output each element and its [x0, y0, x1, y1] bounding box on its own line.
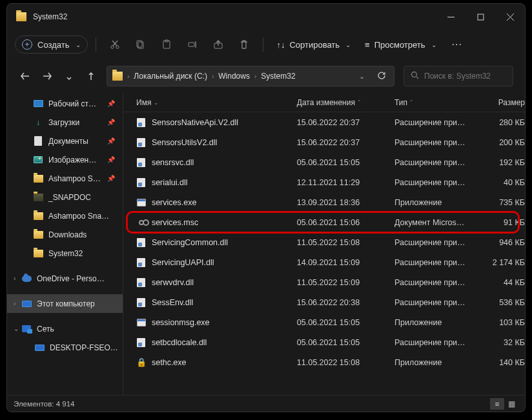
breadcrumb-item[interactable]: System32 [258, 72, 298, 81]
breadcrumb-item[interactable]: Локальный диск (C:) [131, 72, 210, 81]
status-bar: Элементов: 4 914 ≡ ▦ [7, 395, 525, 412]
divider [96, 37, 96, 52]
sidebar-item[interactable]: Ashampoo S…📌 [7, 169, 123, 188]
file-name: sessionmsg.exe [152, 318, 297, 327]
file-date: 15.06.2022 20:37 [297, 138, 394, 147]
pin-icon: 📌 [107, 119, 115, 126]
file-row[interactable]: serwvdrv.dll 11.05.2022 15:09 Расширение… [123, 272, 525, 292]
file-row[interactable]: sessionmsg.exe 05.06.2021 15:05 Приложен… [123, 312, 525, 332]
search-placeholder: Поиск в: System32 [424, 72, 491, 81]
share-button[interactable] [207, 34, 229, 55]
chevron-right-icon: › [254, 73, 256, 80]
file-row[interactable]: serialui.dll 12.11.2021 11:29 Расширение… [123, 172, 525, 192]
sidebar-onedrive[interactable]: ›OneDrive - Perso… [7, 269, 123, 288]
column-header: Имя⌄ Дата изменения˅ Тип˅ Размер [123, 93, 525, 112]
file-date: 15.06.2022 20:38 [297, 298, 394, 307]
sidebar-item[interactable]: Рабочий ст…📌 [7, 94, 123, 113]
file-list: SensorsNativeApi.V2.dll 15.06.2022 20:37… [123, 112, 525, 395]
breadcrumb-item[interactable]: Windows [216, 72, 252, 81]
minimize-button[interactable] [436, 4, 466, 30]
more-button[interactable]: ··· [445, 39, 469, 50]
chevron-down-icon[interactable]: ⌄ [354, 72, 370, 81]
search-input[interactable]: Поиск в: System32 [404, 66, 513, 86]
explorer-window: System32 + Создать ⌄ ↑↓ Сортировать ⌄ ≡ … [6, 3, 526, 412]
delete-button[interactable] [233, 34, 255, 55]
file-row[interactable]: ServicingUAPI.dll 14.09.2021 15:09 Расши… [123, 252, 525, 272]
sidebar-item[interactable]: System32 [7, 244, 123, 263]
col-date[interactable]: Дата изменения˅ [297, 98, 394, 107]
file-icon [136, 217, 147, 228]
item-count-label: Элементов: [14, 400, 54, 408]
file-name: SessEnv.dll [152, 298, 297, 307]
col-name[interactable]: Имя⌄ [136, 98, 297, 107]
details-view-button[interactable]: ≡ [490, 398, 504, 410]
file-row[interactable]: SensorsUtilsV2.dll 15.06.2022 20:37 Расш… [123, 132, 525, 152]
pin-icon: 📌 [107, 100, 115, 107]
sidebar-item[interactable]: Downloads [7, 225, 123, 244]
recent-button[interactable] [63, 70, 76, 83]
sidebar-label: System32 [48, 249, 83, 258]
view-label: Просмотреть [374, 40, 425, 50]
sidebar-item[interactable]: _SNAPDOC [7, 188, 123, 206]
file-row[interactable]: 🔒 sethc.exe 11.05.2022 15:08 Приложение … [123, 352, 525, 372]
file-row[interactable]: SessEnv.dll 15.06.2022 20:38 Расширение … [123, 292, 525, 312]
sidebar-icon [33, 136, 43, 146]
file-row[interactable]: services.msc 05.06.2021 15:06 Документ M… [123, 212, 525, 232]
col-size[interactable]: Размер [487, 98, 525, 107]
item-count: 4 914 [56, 400, 75, 408]
sidebar-item[interactable]: ↓Загрузки📌 [7, 113, 123, 132]
file-row[interactable]: ServicingCommon.dll 11.05.2022 15:08 Рас… [123, 232, 525, 252]
file-date: 05.06.2021 15:05 [297, 338, 394, 347]
sidebar-this-pc[interactable]: ›Этот компьютер [7, 294, 123, 313]
network-icon [21, 324, 32, 334]
search-icon [411, 71, 419, 81]
file-size: 40 КБ [487, 178, 525, 187]
new-button[interactable]: + Создать ⌄ [15, 35, 88, 54]
sort-button[interactable]: ↑↓ Сортировать ⌄ [271, 37, 356, 53]
sidebar-network[interactable]: ⌄Сеть [7, 319, 123, 338]
sidebar-item[interactable]: Документы📌 [7, 132, 123, 150]
file-type: Приложение [394, 318, 487, 327]
folder-icon [16, 12, 26, 21]
forward-button[interactable] [41, 70, 54, 83]
chevron-right-icon: › [127, 73, 129, 80]
file-row[interactable]: SensorsNativeApi.V2.dll 15.06.2022 20:37… [123, 112, 525, 132]
sidebar-label: Сеть [37, 325, 54, 334]
folder-icon [112, 72, 123, 81]
cut-button[interactable] [104, 34, 126, 55]
refresh-button[interactable] [372, 71, 391, 82]
file-icon [136, 237, 147, 248]
maximize-button[interactable] [466, 4, 495, 30]
breadcrumb[interactable]: › Локальный диск (C:) › Windows › System… [107, 66, 394, 86]
file-type: Расширение при… [394, 178, 487, 187]
svg-line-16 [416, 77, 418, 79]
col-type[interactable]: Тип˅ [394, 98, 487, 107]
file-type: Расширение при… [394, 158, 487, 167]
sidebar-item[interactable]: Изображен…📌 [7, 150, 123, 169]
sort-icon: ↑↓ [276, 40, 285, 50]
file-row[interactable]: services.exe 13.09.2021 18:36 Приложение… [123, 192, 525, 212]
file-type: Расширение при… [394, 118, 487, 127]
copy-button[interactable] [130, 34, 152, 55]
tiles-view-button[interactable]: ▦ [504, 398, 518, 410]
file-icon [136, 277, 147, 288]
rename-button[interactable] [181, 34, 203, 55]
view-button[interactable]: ≡ Просмотреть ⌄ [360, 37, 442, 53]
file-row[interactable]: setbcdlocale.dll 05.06.2021 15:05 Расшир… [123, 332, 525, 352]
paste-button[interactable] [156, 34, 178, 55]
file-icon [136, 137, 147, 148]
back-button[interactable] [19, 70, 32, 83]
file-type: Приложение [394, 358, 487, 367]
file-type: Расширение при… [394, 338, 487, 347]
file-row[interactable]: sensrsvc.dll 05.06.2021 15:05 Расширение… [123, 152, 525, 172]
up-button[interactable] [85, 70, 97, 83]
pin-icon: 📌 [107, 137, 115, 145]
file-size: 103 КБ [487, 318, 525, 327]
sidebar-item[interactable]: Ashampoo Sna… [7, 206, 123, 225]
sidebar-network-host[interactable]: DESKTOP-FSEO… [7, 338, 123, 357]
close-button[interactable] [495, 4, 525, 30]
file-date: 05.06.2021 15:05 [297, 158, 394, 167]
sidebar-label: Загрузки [48, 118, 79, 127]
sidebar-icon [33, 211, 43, 221]
chevron-down-icon: ⌄ [345, 41, 351, 48]
